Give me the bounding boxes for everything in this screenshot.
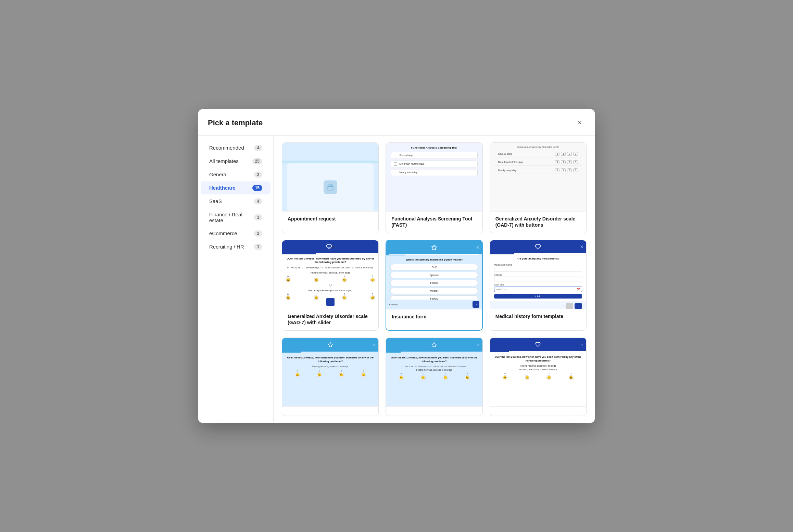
gad7teal-content: Over the last 2 weeks, how often have yo… <box>282 353 378 382</box>
card-preview-appointment <box>282 143 378 211</box>
gad7teal2-preview: ✕ Over the last 2 weeks, how often have … <box>386 338 482 406</box>
template-card-gad7buttons[interactable]: Generalized Anxiety Disorder scale Sever… <box>490 142 587 233</box>
sidebar-item-saas[interactable]: SaaS 4 <box>201 195 270 208</box>
appointment-icon <box>324 180 337 194</box>
gad-close-icon: ⊙ <box>332 245 335 249</box>
templates-content: Appointment request Functional Analysis … <box>274 136 595 423</box>
close-button[interactable]: × <box>574 117 585 128</box>
med-next-btn[interactable]: → <box>575 303 582 309</box>
med-close-icon: ✕ <box>580 244 583 249</box>
appointment-inner <box>287 163 374 211</box>
card-preview-fast: Functional Analysis Screening Tool Sever… <box>386 143 482 211</box>
ins-question: Who's the primary insurance policy holde… <box>390 258 478 261</box>
ins-close-icon: ✕ <box>476 245 479 250</box>
gad7slider-preview: ⊙ Over the last 2 weeks, how often have … <box>282 240 378 309</box>
template-card-gad7teal2[interactable]: ✕ Over the last 2 weeks, how often have … <box>386 338 482 416</box>
gad7blue3-header: ✕ <box>490 338 586 351</box>
svg-rect-0 <box>328 185 333 190</box>
gad7b-options-3: 0 1 2 3 <box>555 168 578 172</box>
template-card-appointment[interactable]: Appointment request <box>282 142 379 233</box>
sidebar-count-healthcare: 15 <box>252 185 262 191</box>
fast-checkbox <box>394 154 397 157</box>
gad7b-options-2: 0 1 2 3 <box>555 160 578 164</box>
gad7teal2-scale-row: 0😐 1🙂 2😕 3😟 <box>390 372 478 380</box>
sidebar-item-recommended[interactable]: Recommended 4 <box>201 141 270 154</box>
modal-overlay[interactable]: Pick a template × Recommended 4 All temp… <box>0 0 793 532</box>
card-preview-gad7blue3: ✕ Over the last 2 weeks, how often have … <box>490 338 586 406</box>
gad7teal-preview: ✕ Over the last 2 weeks, how often have … <box>282 338 378 406</box>
card-footer-gad7teal2 <box>386 406 482 416</box>
appointment-preview <box>282 143 378 211</box>
ins-option-spouse: Spouse <box>390 272 478 278</box>
sidebar-label-all-templates: All templates <box>209 158 239 164</box>
card-footer-gad7buttons: Generalized Anxiety Disorder scale (GAD-… <box>490 211 586 233</box>
card-preview-gad7buttons: Generalized Anxiety Disorder scale Sever… <box>490 143 586 211</box>
fast-checkbox-3 <box>394 171 397 174</box>
templates-grid: Appointment request Functional Analysis … <box>282 142 587 416</box>
sidebar-count-finance: 1 <box>254 214 262 220</box>
card-footer-medical: Medical history form template <box>490 309 586 324</box>
template-card-gad7slider[interactable]: ⊙ Over the last 2 weeks, how often have … <box>282 240 379 331</box>
med-add-button[interactable]: + Add <box>494 294 582 299</box>
med-header: ✕ <box>490 240 586 253</box>
sidebar-count-recruiting: 1 <box>254 244 262 250</box>
gad7teal2-close: ✕ <box>477 343 480 347</box>
gad7teal-header: ✕ <box>282 338 378 352</box>
sidebar-count-general: 2 <box>254 172 262 178</box>
med-label-name: Medication name <box>494 264 582 266</box>
sidebar-item-healthcare[interactable]: Healthcare 15 <box>201 181 270 194</box>
gad-next-btn[interactable]: → <box>326 298 335 306</box>
med-label-dosage: Dosage <box>494 274 582 276</box>
sidebar-item-all-templates[interactable]: All templates 25 <box>201 155 270 168</box>
card-preview-gad7slider: ⊙ Over the last 2 weeks, how often have … <box>282 240 378 309</box>
gad-scale: 0 - Not at all · 1 - Several days · 2 - … <box>286 266 375 269</box>
sidebar-label-ecommerce: eCommerce <box>209 230 237 236</box>
sidebar-count-all-templates: 25 <box>252 158 262 164</box>
template-card-insurance[interactable]: ✕ Who's the primary insurance policy hol… <box>386 240 482 331</box>
gad7b-item-1: Several days 0 1 2 3 <box>494 151 582 157</box>
sidebar-label-recommended: Recommended <box>209 145 244 151</box>
sidebar-item-general[interactable]: General 2 <box>201 168 270 181</box>
med-back-btn[interactable] <box>566 303 573 309</box>
ins-header: ✕ <box>386 241 482 254</box>
sidebar-label-recruiting: Recruiting / HR <box>209 244 244 250</box>
gad-feeling-1: Feeling nervous, anxious, or on edge 0😐 … <box>286 271 375 287</box>
med-label-date: Start date <box>494 283 582 286</box>
med-field-name: Medication name <box>494 264 582 271</box>
med-field-date: Start date mm/dd/yyyy 📅 <box>494 283 582 292</box>
gad7b-preview: Generalized Anxiety Disorder scale Sever… <box>490 143 586 211</box>
sidebar-count-recommended: 4 <box>254 145 262 151</box>
card-preview-insurance: ✕ Who's the primary insurance policy hol… <box>386 241 482 309</box>
ins-next-btn[interactable]: → <box>473 301 479 308</box>
ins-preview-label: Preview <box>389 303 398 306</box>
card-title-appointment: Appointment request <box>288 216 373 222</box>
card-preview-medical: ✕ Are you taking any medications? Medica… <box>490 240 586 309</box>
gad7blue3-content: Over the last 2 weeks, how often have yo… <box>490 352 586 385</box>
med-footer: → <box>490 301 586 309</box>
card-title-gad7slider: Generalized Anxiety Disorder scale (GAD-… <box>288 313 373 326</box>
med-content: Are you taking any medications? Medicati… <box>490 254 586 301</box>
gad7blue3-close: ✕ <box>581 343 583 346</box>
insurance-preview: ✕ Who's the primary insurance policy hol… <box>386 241 482 309</box>
sidebar-label-saas: SaaS <box>209 198 222 204</box>
gad7b-options-1: 0 1 2 3 <box>555 152 578 156</box>
sidebar-label-finance: Finance / Real estate <box>209 212 254 223</box>
gad-question: Over the last 2 weeks, how often have yo… <box>286 257 375 264</box>
card-footer-appointment: Appointment request <box>282 211 378 227</box>
ins-footer: Preview → <box>386 300 482 309</box>
template-card-gad7blue3[interactable]: ✕ Over the last 2 weeks, how often have … <box>490 338 587 416</box>
gad7b-item-2: More than half the days 0 1 2 3 <box>494 159 582 166</box>
template-card-fast[interactable]: Functional Analysis Screening Tool Sever… <box>386 142 482 233</box>
sidebar-item-ecommerce[interactable]: eCommerce 2 <box>201 227 270 240</box>
template-card-medical[interactable]: ✕ Are you taking any medications? Medica… <box>490 240 587 331</box>
gad7teal-scale-row: 0😐 1🙂 2😕 3😟 <box>286 370 374 377</box>
sidebar-item-finance[interactable]: Finance / Real estate 1 <box>201 208 270 227</box>
gad-radio-1 <box>329 284 332 287</box>
sidebar-item-recruiting[interactable]: Recruiting / HR 1 <box>201 240 270 253</box>
template-card-gad7teal[interactable]: ✕ Over the last 2 weeks, how often have … <box>282 338 379 416</box>
med-input-dosage <box>494 277 582 281</box>
ins-option-mother: Mother <box>390 288 478 294</box>
medical-preview: ✕ Are you taking any medications? Medica… <box>490 240 586 309</box>
card-title-fast: Functional Analysis Screening Tool (FAST… <box>391 216 477 228</box>
card-title-gad7buttons: Generalized Anxiety Disorder scale (GAD-… <box>495 216 581 228</box>
